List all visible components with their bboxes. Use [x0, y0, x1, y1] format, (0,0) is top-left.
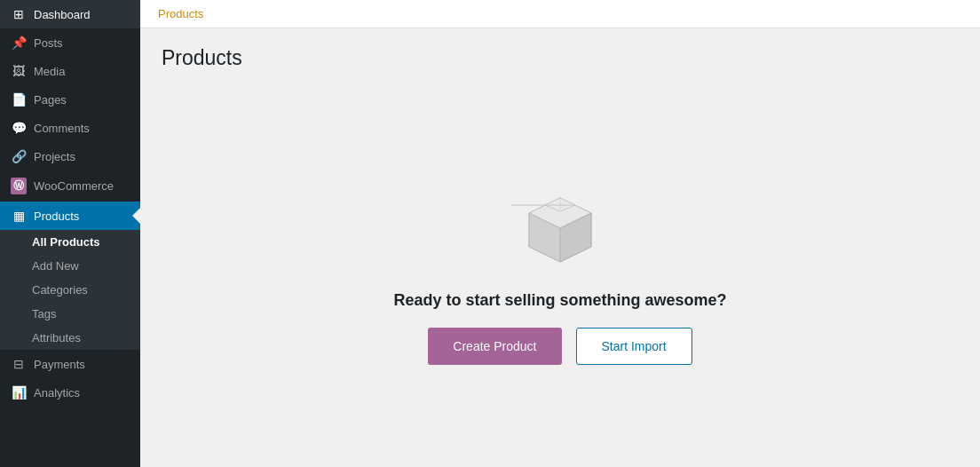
sidebar-item-label: Payments — [34, 358, 85, 371]
dashboard-icon: ⊞ — [11, 7, 27, 21]
products-submenu: All Products Add New Categories Tags Att… — [0, 230, 140, 350]
comments-icon: 💬 — [11, 121, 27, 135]
sidebar-item-label: Dashboard — [34, 8, 91, 21]
submenu-categories[interactable]: Categories — [0, 278, 140, 302]
submenu-all-products[interactable]: All Products — [0, 230, 140, 254]
breadcrumb-bar: Products — [140, 0, 980, 28]
projects-icon: 🔗 — [11, 149, 27, 163]
posts-icon: 📌 — [11, 36, 27, 50]
sidebar-item-label: Posts — [34, 36, 63, 50]
payments-icon: ⊟ — [11, 357, 27, 371]
sidebar-item-media[interactable]: 🖼 Media — [0, 57, 140, 85]
sidebar-item-payments[interactable]: ⊟ Payments — [0, 350, 140, 378]
sidebar-item-label: Comments — [34, 122, 90, 135]
media-icon: 🖼 — [11, 64, 27, 78]
submenu-add-new[interactable]: Add New — [0, 254, 140, 278]
empty-state-message: Ready to start selling something awesome… — [393, 291, 726, 310]
submenu-tags[interactable]: Tags — [0, 302, 140, 326]
sidebar-item-projects[interactable]: 🔗 Projects — [0, 142, 140, 170]
sidebar-item-posts[interactable]: 📌 Posts — [0, 28, 140, 57]
start-import-button[interactable]: Start Import — [576, 328, 692, 365]
sidebar-item-label: Projects — [34, 150, 75, 163]
main-content: Products Products — [140, 0, 980, 467]
sidebar-item-comments[interactable]: 💬 Comments — [0, 114, 140, 142]
sidebar-item-label: Media — [34, 65, 65, 78]
page-title: Products — [162, 46, 959, 70]
breadcrumb-label: Products — [158, 7, 203, 20]
sidebar: ⊞ Dashboard 📌 Posts 🖼 Media 📄 Pages 💬 Co… — [0, 0, 140, 467]
pages-icon: 📄 — [11, 92, 27, 107]
analytics-icon: 📊 — [11, 385, 27, 400]
submenu-attributes[interactable]: Attributes — [0, 326, 140, 350]
sidebar-item-pages[interactable]: 📄 Pages — [0, 85, 140, 114]
sidebar-item-products[interactable]: ▦ Products — [0, 202, 140, 230]
sidebar-item-dashboard[interactable]: ⊞ Dashboard — [0, 0, 140, 28]
sidebar-item-label: WooCommerce — [34, 179, 114, 193]
content-area: Products — [140, 28, 980, 467]
sidebar-item-woocommerce[interactable]: Ⓦ WooCommerce — [0, 170, 140, 202]
empty-state-buttons: Create Product Start Import — [428, 328, 692, 365]
empty-state: Ready to start selling something awesome… — [162, 91, 959, 449]
sidebar-item-label: Analytics — [34, 386, 80, 400]
products-icon: ▦ — [11, 209, 27, 223]
sidebar-item-analytics[interactable]: 📊 Analytics — [0, 378, 140, 407]
create-product-button[interactable]: Create Product — [428, 328, 561, 365]
woocommerce-icon: Ⓦ — [11, 178, 27, 194]
sidebar-item-label: Products — [34, 210, 79, 223]
sidebar-item-label: Pages — [34, 93, 67, 107]
box-icon — [511, 176, 609, 273]
